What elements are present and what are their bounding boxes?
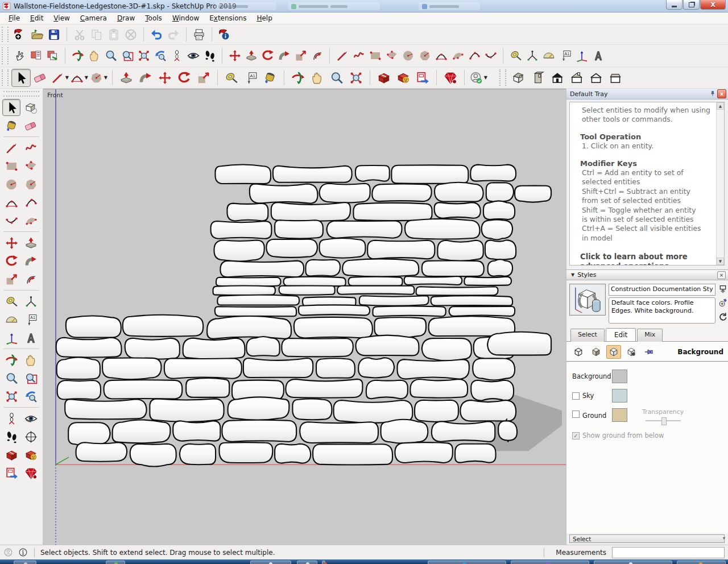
dropdown-arrow-icon[interactable]: ▼ bbox=[104, 75, 107, 80]
taskbar-button[interactable] bbox=[511, 561, 589, 564]
update-style-icon[interactable] bbox=[718, 312, 727, 323]
line-button[interactable]: ▼ bbox=[50, 69, 69, 87]
create-style-icon[interactable] bbox=[718, 298, 727, 309]
style-thumbnail[interactable] bbox=[569, 284, 606, 316]
zoom-button[interactable] bbox=[327, 69, 346, 87]
arc-button[interactable]: ▼ bbox=[69, 69, 89, 87]
menu-camera[interactable]: Camera bbox=[75, 13, 112, 24]
view-back-button[interactable] bbox=[586, 69, 606, 87]
two-point-arc-button[interactable] bbox=[466, 48, 482, 64]
3d-text-button[interactable] bbox=[590, 48, 606, 64]
sky-color-swatch[interactable] bbox=[612, 389, 627, 403]
modeling-settings-button[interactable] bbox=[642, 345, 656, 359]
scale-button[interactable] bbox=[292, 48, 309, 64]
move-tool-button[interactable] bbox=[2, 234, 20, 251]
scale-button[interactable] bbox=[194, 69, 213, 87]
view-iso-button[interactable] bbox=[509, 69, 528, 87]
line-button[interactable] bbox=[334, 48, 350, 64]
taskbar-button[interactable] bbox=[322, 561, 325, 564]
position-camera-tool-button[interactable] bbox=[2, 410, 20, 427]
protractor-tool-button[interactable] bbox=[2, 311, 20, 328]
menu-view[interactable]: View bbox=[48, 13, 75, 24]
dimension-button[interactable] bbox=[524, 48, 540, 64]
copy-button[interactable] bbox=[88, 26, 105, 43]
component-browser-button[interactable] bbox=[28, 48, 44, 64]
default-tray-header[interactable]: Default Tray x bbox=[566, 89, 728, 99]
zoom-button[interactable] bbox=[102, 48, 119, 64]
orbit-tool-button[interactable] bbox=[2, 351, 20, 368]
undo-button[interactable] bbox=[148, 26, 165, 43]
view-front-button[interactable] bbox=[548, 69, 567, 87]
menu-extensions[interactable]: Extensions bbox=[204, 13, 251, 24]
pin-icon[interactable] bbox=[708, 89, 717, 98]
toolbar-grip[interactable] bbox=[2, 27, 9, 42]
style-description-field[interactable]: Default face colors. Profile Edges. Whit… bbox=[609, 297, 715, 324]
pie-tool-button[interactable] bbox=[22, 212, 40, 229]
paint-bucket-tool-button[interactable] bbox=[2, 117, 20, 134]
restore-button[interactable] bbox=[683, 0, 700, 10]
menu-help[interactable]: Help bbox=[251, 13, 277, 24]
previous-view-button[interactable] bbox=[152, 48, 168, 64]
paste-button[interactable] bbox=[105, 26, 122, 43]
axes-tool-button[interactable] bbox=[2, 329, 20, 346]
pan-button[interactable] bbox=[86, 48, 102, 64]
pan-button[interactable] bbox=[308, 69, 327, 87]
rotated-rectangle-tool-button[interactable] bbox=[22, 157, 40, 175]
pan-tool-button[interactable] bbox=[22, 351, 40, 368]
follow-me-tool-button[interactable] bbox=[22, 252, 40, 269]
protractor-button[interactable] bbox=[540, 48, 557, 64]
eraser-button[interactable] bbox=[31, 69, 50, 87]
info-icon[interactable] bbox=[18, 548, 28, 557]
view-right-button[interactable] bbox=[567, 69, 586, 87]
taskbar-button[interactable] bbox=[14, 561, 36, 564]
arc-button[interactable] bbox=[433, 48, 449, 64]
polygon-button[interactable]: ▼ bbox=[89, 69, 108, 87]
toolbar-grip[interactable] bbox=[2, 47, 9, 64]
toolbar-grip[interactable] bbox=[2, 69, 9, 86]
zoom-tool-button[interactable] bbox=[2, 370, 20, 387]
view-left-button[interactable] bbox=[606, 69, 625, 87]
palette-grip[interactable] bbox=[3, 91, 39, 97]
measurements-input[interactable] bbox=[612, 547, 725, 558]
walk-tool-button[interactable] bbox=[2, 428, 20, 445]
dropdown-arrow-icon[interactable]: ▼ bbox=[484, 75, 487, 80]
windows-taskbar[interactable] bbox=[0, 559, 728, 564]
follow-me-button[interactable] bbox=[276, 48, 292, 64]
select-tool-button[interactable] bbox=[2, 99, 20, 116]
menu-draw[interactable]: Draw bbox=[112, 13, 140, 24]
new-file-button[interactable] bbox=[11, 26, 28, 43]
title-bar[interactable]: Wallstone-Fieldstone-Ledgestone-3D-#1.sk… bbox=[0, 0, 728, 13]
freehand-tool-button[interactable] bbox=[22, 139, 40, 156]
3d-text-tool-button[interactable] bbox=[22, 329, 40, 346]
rectangle-button[interactable] bbox=[367, 48, 383, 64]
3d-warehouse-button[interactable] bbox=[374, 69, 394, 87]
push-pull-button[interactable] bbox=[243, 48, 259, 64]
scroll-up-icon[interactable]: ▲ bbox=[717, 102, 724, 110]
follow-me-button[interactable] bbox=[136, 69, 155, 87]
scale-tool-button[interactable] bbox=[2, 271, 20, 288]
offset-tool-button[interactable] bbox=[22, 271, 40, 288]
secondary-pane-icon[interactable] bbox=[718, 284, 727, 295]
circle-tool-button[interactable] bbox=[2, 176, 20, 193]
taskbar-button[interactable] bbox=[297, 561, 317, 564]
dropdown-arrow-icon[interactable]: ▼ bbox=[85, 75, 88, 80]
open-file-button[interactable] bbox=[28, 26, 46, 43]
background-color-swatch[interactable] bbox=[612, 370, 627, 383]
previous-view-tool-button[interactable] bbox=[22, 388, 40, 405]
arc-tool-button[interactable] bbox=[2, 194, 20, 211]
dropdown-arrow-icon[interactable]: ▼ bbox=[65, 75, 69, 80]
styles-tab-edit[interactable]: Edit bbox=[606, 328, 636, 341]
select-button[interactable] bbox=[11, 69, 31, 87]
model-viewport[interactable]: Front bbox=[43, 89, 566, 545]
extension-warehouse-button[interactable] bbox=[394, 69, 413, 87]
extension-warehouse-tool-button[interactable] bbox=[22, 446, 40, 463]
two-point-arc-tool-button[interactable] bbox=[22, 194, 40, 211]
line-tool-button[interactable] bbox=[2, 139, 20, 156]
position-camera-button[interactable] bbox=[168, 48, 185, 64]
eraser-tool-button[interactable] bbox=[22, 117, 40, 134]
close-button[interactable]: X bbox=[700, 0, 726, 10]
offset-button[interactable] bbox=[309, 48, 325, 64]
print-button[interactable] bbox=[191, 26, 208, 43]
cut-button[interactable] bbox=[71, 26, 88, 43]
rotated-rectangle-button[interactable] bbox=[383, 48, 400, 64]
